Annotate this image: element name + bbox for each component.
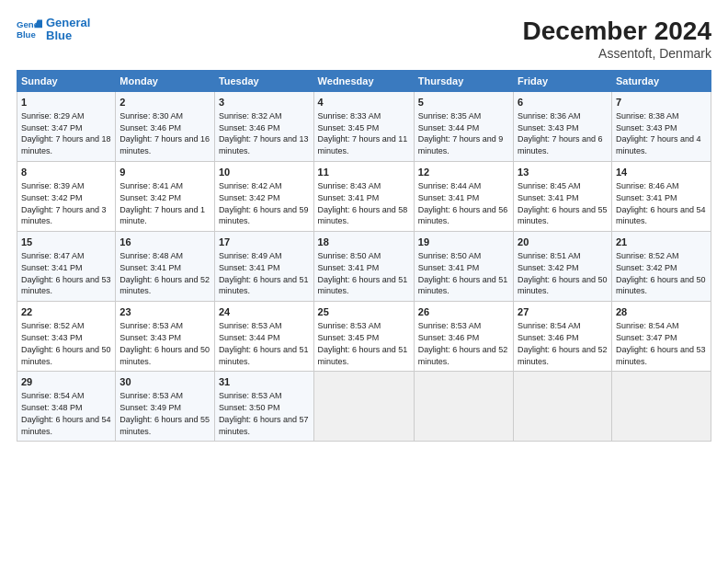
day-info: Sunrise: 8:46 AMSunset: 3:41 PMDaylight:…	[616, 181, 706, 225]
day-info: Sunrise: 8:48 AMSunset: 3:41 PMDaylight:…	[119, 251, 210, 295]
calendar-cell: 17Sunrise: 8:49 AMSunset: 3:41 PMDayligh…	[214, 232, 313, 302]
calendar-header-row: SundayMondayTuesdayWednesdayThursdayFrid…	[17, 71, 711, 92]
day-info: Sunrise: 8:42 AMSunset: 3:42 PMDaylight:…	[219, 181, 309, 225]
day-number: 1	[21, 96, 111, 109]
calendar-cell: 7Sunrise: 8:38 AMSunset: 3:43 PMDaylight…	[611, 92, 711, 162]
calendar-cell: 1Sunrise: 8:29 AMSunset: 3:47 PMDaylight…	[17, 92, 116, 162]
day-info: Sunrise: 8:53 AMSunset: 3:43 PMDaylight:…	[119, 321, 210, 365]
day-number: 9	[119, 166, 210, 179]
calendar-cell: 3Sunrise: 8:32 AMSunset: 3:46 PMDaylight…	[214, 92, 313, 162]
calendar-cell: 4Sunrise: 8:33 AMSunset: 3:45 PMDaylight…	[313, 92, 414, 162]
calendar-cell: 5Sunrise: 8:35 AMSunset: 3:44 PMDaylight…	[414, 92, 513, 162]
day-number: 14	[616, 166, 707, 179]
day-number: 24	[219, 305, 310, 319]
day-number: 30	[119, 375, 210, 389]
day-info: Sunrise: 8:53 AMSunset: 3:45 PMDaylight:…	[318, 321, 408, 365]
calendar-cell: 14Sunrise: 8:46 AMSunset: 3:41 PMDayligh…	[611, 162, 711, 232]
day-info: Sunrise: 8:32 AMSunset: 3:46 PMDaylight:…	[219, 111, 309, 155]
day-number: 22	[21, 305, 111, 319]
day-number: 28	[616, 305, 707, 319]
day-number: 2	[119, 96, 210, 109]
day-info: Sunrise: 8:33 AMSunset: 3:45 PMDaylight:…	[318, 111, 408, 155]
page-subtitle: Assentoft, Denmark	[523, 46, 711, 61]
logo-icon: General Blue	[17, 17, 42, 42]
svg-text:Blue: Blue	[17, 29, 36, 40]
day-info: Sunrise: 8:45 AMSunset: 3:41 PMDaylight:…	[518, 181, 608, 225]
weekday-header: Friday	[514, 71, 612, 92]
day-number: 29	[21, 375, 111, 389]
calendar-cell: 31Sunrise: 8:53 AMSunset: 3:50 PMDayligh…	[214, 372, 313, 442]
calendar-cell: 19Sunrise: 8:50 AMSunset: 3:41 PMDayligh…	[414, 232, 513, 302]
calendar-cell: 11Sunrise: 8:43 AMSunset: 3:41 PMDayligh…	[313, 162, 414, 232]
day-info: Sunrise: 8:53 AMSunset: 3:46 PMDaylight:…	[418, 321, 508, 365]
calendar-cell: 29Sunrise: 8:54 AMSunset: 3:48 PMDayligh…	[17, 372, 116, 442]
calendar-week-row: 1Sunrise: 8:29 AMSunset: 3:47 PMDaylight…	[17, 92, 711, 162]
calendar-table: SundayMondayTuesdayWednesdayThursdayFrid…	[17, 70, 711, 442]
calendar-cell: 12Sunrise: 8:44 AMSunset: 3:41 PMDayligh…	[414, 162, 513, 232]
day-number: 26	[418, 305, 509, 319]
day-number: 20	[518, 236, 608, 249]
calendar-cell: 15Sunrise: 8:47 AMSunset: 3:41 PMDayligh…	[17, 232, 116, 302]
day-info: Sunrise: 8:30 AMSunset: 3:46 PMDaylight:…	[119, 111, 210, 155]
day-info: Sunrise: 8:54 AMSunset: 3:48 PMDaylight:…	[21, 391, 111, 435]
day-info: Sunrise: 8:54 AMSunset: 3:47 PMDaylight:…	[616, 321, 706, 365]
weekday-header: Sunday	[17, 71, 116, 92]
day-info: Sunrise: 8:44 AMSunset: 3:41 PMDaylight:…	[418, 181, 508, 225]
day-info: Sunrise: 8:50 AMSunset: 3:41 PMDaylight:…	[318, 251, 408, 295]
day-info: Sunrise: 8:35 AMSunset: 3:44 PMDaylight:…	[418, 111, 504, 155]
day-number: 23	[119, 305, 210, 319]
day-number: 11	[318, 166, 410, 179]
calendar-cell: 9Sunrise: 8:41 AMSunset: 3:42 PMDaylight…	[116, 162, 215, 232]
logo-text: General	[46, 17, 90, 29]
day-number: 4	[318, 96, 410, 109]
calendar-cell: 23Sunrise: 8:53 AMSunset: 3:43 PMDayligh…	[116, 302, 215, 372]
day-info: Sunrise: 8:43 AMSunset: 3:41 PMDaylight:…	[318, 181, 408, 225]
calendar-cell: 13Sunrise: 8:45 AMSunset: 3:41 PMDayligh…	[514, 162, 612, 232]
day-number: 21	[616, 236, 707, 249]
calendar-cell: 26Sunrise: 8:53 AMSunset: 3:46 PMDayligh…	[414, 302, 513, 372]
calendar-week-row: 8Sunrise: 8:39 AMSunset: 3:42 PMDaylight…	[17, 162, 711, 232]
day-number: 16	[119, 236, 210, 249]
calendar-cell: 6Sunrise: 8:36 AMSunset: 3:43 PMDaylight…	[514, 92, 612, 162]
day-number: 5	[418, 96, 509, 109]
calendar-cell: 8Sunrise: 8:39 AMSunset: 3:42 PMDaylight…	[17, 162, 116, 232]
calendar-cell: 30Sunrise: 8:53 AMSunset: 3:49 PMDayligh…	[116, 372, 215, 442]
day-info: Sunrise: 8:49 AMSunset: 3:41 PMDaylight:…	[219, 251, 309, 295]
calendar-cell	[611, 372, 711, 442]
day-number: 31	[219, 375, 310, 389]
day-info: Sunrise: 8:53 AMSunset: 3:49 PMDaylight:…	[119, 391, 210, 435]
page-title: December 2024	[523, 17, 711, 46]
day-number: 10	[219, 166, 310, 179]
calendar-cell: 18Sunrise: 8:50 AMSunset: 3:41 PMDayligh…	[313, 232, 414, 302]
page: General Blue General Blue December 2024 …	[0, 0, 728, 563]
day-info: Sunrise: 8:47 AMSunset: 3:41 PMDaylight:…	[21, 251, 111, 295]
calendar-week-row: 22Sunrise: 8:52 AMSunset: 3:43 PMDayligh…	[17, 302, 711, 372]
day-info: Sunrise: 8:41 AMSunset: 3:42 PMDaylight:…	[119, 181, 205, 225]
day-number: 6	[518, 96, 608, 109]
day-info: Sunrise: 8:53 AMSunset: 3:50 PMDaylight:…	[219, 391, 309, 435]
calendar-cell: 28Sunrise: 8:54 AMSunset: 3:47 PMDayligh…	[611, 302, 711, 372]
calendar-week-row: 29Sunrise: 8:54 AMSunset: 3:48 PMDayligh…	[17, 372, 711, 442]
calendar-cell	[414, 372, 513, 442]
weekday-header: Saturday	[611, 71, 711, 92]
day-info: Sunrise: 8:54 AMSunset: 3:46 PMDaylight:…	[518, 321, 608, 365]
day-info: Sunrise: 8:52 AMSunset: 3:43 PMDaylight:…	[21, 321, 111, 365]
calendar-cell: 24Sunrise: 8:53 AMSunset: 3:44 PMDayligh…	[214, 302, 313, 372]
day-number: 8	[21, 166, 111, 179]
day-number: 15	[21, 236, 111, 249]
logo: General Blue General Blue	[17, 17, 90, 43]
calendar-week-row: 15Sunrise: 8:47 AMSunset: 3:41 PMDayligh…	[17, 232, 711, 302]
day-info: Sunrise: 8:52 AMSunset: 3:42 PMDaylight:…	[616, 251, 706, 295]
day-number: 7	[616, 96, 707, 109]
calendar-cell: 21Sunrise: 8:52 AMSunset: 3:42 PMDayligh…	[611, 232, 711, 302]
day-info: Sunrise: 8:39 AMSunset: 3:42 PMDaylight:…	[21, 181, 107, 225]
logo-text2: Blue	[46, 29, 90, 42]
day-number: 25	[318, 305, 410, 319]
day-info: Sunrise: 8:51 AMSunset: 3:42 PMDaylight:…	[518, 251, 608, 295]
day-number: 13	[518, 166, 608, 179]
day-info: Sunrise: 8:53 AMSunset: 3:44 PMDaylight:…	[219, 321, 309, 365]
weekday-header: Wednesday	[313, 71, 414, 92]
day-info: Sunrise: 8:29 AMSunset: 3:47 PMDaylight:…	[21, 111, 111, 155]
calendar-cell: 22Sunrise: 8:52 AMSunset: 3:43 PMDayligh…	[17, 302, 116, 372]
day-number: 3	[219, 96, 310, 109]
